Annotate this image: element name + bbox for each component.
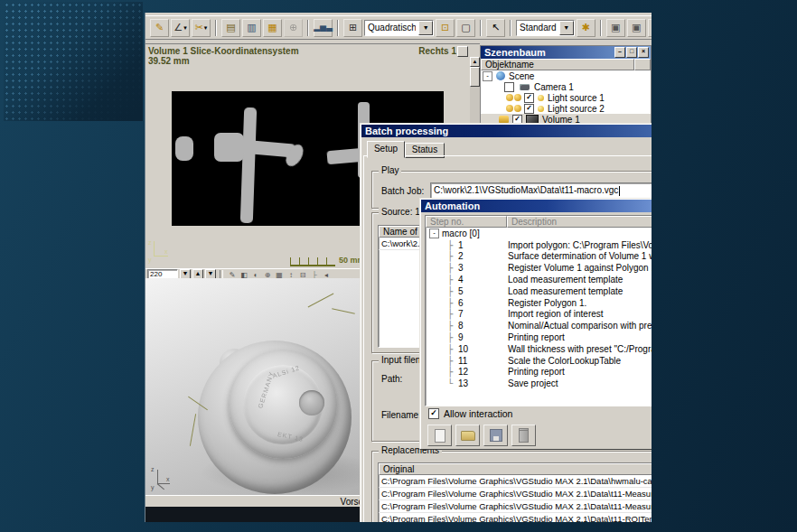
save-macro-button[interactable] bbox=[483, 425, 508, 446]
desktop-pattern bbox=[4, 2, 143, 121]
maximize-view-button[interactable]: ⊡ bbox=[436, 19, 455, 37]
app-window: ✎ ∠▾ ✂▾ ▤ ▥ ▦ ⊕ ▂▅▃ ⊞ Quadratisch▼ ⊡ ▢ ↖… bbox=[145, 13, 652, 522]
wrench-icon: ✱ bbox=[581, 23, 589, 33]
expander-icon[interactable]: - bbox=[483, 71, 492, 81]
light-bulb-icon bbox=[538, 106, 544, 112]
play-group-legend: Play bbox=[379, 165, 401, 175]
filename-label: Filename: bbox=[381, 410, 421, 420]
render-mode-combo[interactable]: Standard▼ bbox=[516, 20, 575, 36]
slice-view-title: Volume 1 Slice-Koordinatensystem bbox=[148, 46, 299, 56]
axis-y-label: y bbox=[148, 257, 152, 263]
tree-item-label: Camera 1 bbox=[534, 82, 574, 92]
objectname-column-header[interactable]: Objektname bbox=[481, 59, 634, 70]
single-view-button[interactable]: ▢ bbox=[456, 19, 475, 37]
toolbar-separator bbox=[600, 20, 602, 36]
measurement-line bbox=[332, 308, 355, 313]
chevron-down-icon[interactable]: ▼ bbox=[559, 21, 574, 35]
scroll-up-icon[interactable]: ▲ bbox=[470, 57, 480, 67]
measurement-line bbox=[190, 414, 196, 446]
merge-object-button[interactable]: ▦ bbox=[263, 19, 282, 37]
histogram-button[interactable]: ▂▅▃ bbox=[314, 19, 333, 37]
tab-setup[interactable]: Setup bbox=[367, 141, 405, 158]
close-icon[interactable]: × bbox=[638, 47, 649, 58]
expander-icon[interactable]: - bbox=[429, 229, 439, 238]
tree-item-label: Light source 2 bbox=[548, 104, 605, 114]
replacement-row[interactable]: C:\Program Files\Volume Graphics\VGStudi… bbox=[379, 500, 652, 513]
chevron-down-icon[interactable]: ▼ bbox=[418, 21, 433, 35]
cube-tool-button-2[interactable]: ▣ bbox=[627, 19, 646, 37]
new-macro-button[interactable] bbox=[427, 425, 452, 446]
trash-icon bbox=[519, 428, 529, 443]
replacements-list[interactable]: Original C:\Program Files\Volume Graphic… bbox=[378, 462, 652, 522]
maximize-icon[interactable]: □ bbox=[626, 47, 637, 58]
visibility-checkbox[interactable] bbox=[504, 82, 514, 92]
annotate-tool-button[interactable]: ✎ bbox=[150, 19, 169, 37]
extra-column-header[interactable] bbox=[634, 59, 651, 70]
render-settings-button[interactable]: ✱ bbox=[577, 19, 595, 37]
minimize-icon[interactable]: – bbox=[614, 47, 625, 58]
histogram-icon: ▂▅▃ bbox=[314, 23, 333, 32]
light-bulb-icon bbox=[538, 95, 544, 101]
macro-step-row[interactable]: ├6Register Polygon 1. bbox=[426, 297, 652, 309]
macro-step-row[interactable]: ├1Import polygon: C:\Program Files\Volum… bbox=[426, 239, 652, 251]
macro-step-row[interactable]: ├5Load measurement template bbox=[426, 285, 652, 297]
select-cursor-button[interactable]: ↖ bbox=[486, 19, 505, 37]
macro-root-row[interactable]: - macro [0] bbox=[426, 228, 652, 239]
layout-combo[interactable]: Quadratisch▼ bbox=[364, 20, 434, 36]
macro-step-row[interactable]: ├8Nominal/Actual comparison with preset … bbox=[426, 320, 652, 331]
allow-interaction-option[interactable]: ✓ Allow interaction bbox=[428, 408, 512, 419]
tree-item-camera[interactable]: Camera 1 bbox=[481, 81, 651, 92]
macro-step-row[interactable]: ├12Printing report bbox=[426, 367, 652, 378]
open-folder-icon bbox=[461, 431, 475, 441]
single-view-icon: ▢ bbox=[461, 23, 470, 33]
automation-dialog-titlebar[interactable]: Automation bbox=[421, 200, 652, 212]
macro-step-row[interactable]: ├11Scale the ColorLookupTable bbox=[426, 355, 652, 367]
scene-tree-panel: Szenenbaum – □ × Objektname - Scene Came… bbox=[480, 45, 652, 123]
allow-interaction-checkbox[interactable]: ✓ bbox=[428, 408, 439, 419]
step-no-column-header[interactable]: Step no. bbox=[426, 216, 507, 228]
tree-line-icon: ├ bbox=[447, 332, 458, 342]
automation-dialog-title: Automation bbox=[425, 201, 480, 211]
import-object-button[interactable]: ▤ bbox=[221, 19, 240, 37]
macro-step-row[interactable]: ├3Register Volume 1 against Polygon 1. bbox=[426, 262, 652, 274]
macro-step-row[interactable]: ├9Printing report bbox=[426, 331, 652, 343]
slice-part-cross-vertical bbox=[240, 107, 257, 223]
macro-step-row[interactable]: └13Save project bbox=[426, 378, 652, 389]
cube-icon: ▣ bbox=[632, 23, 641, 33]
batch-dialog-titlebar[interactable]: Batch processing bbox=[361, 125, 652, 137]
scroll-thumb[interactable] bbox=[470, 67, 480, 87]
macro-step-row[interactable]: ├10Wall thickness with preset "C:/Progra… bbox=[426, 343, 652, 355]
visibility-checkbox[interactable]: ✓ bbox=[524, 104, 534, 114]
description-column-header[interactable]: Description bbox=[507, 216, 652, 228]
delete-step-button[interactable] bbox=[511, 425, 536, 446]
replacement-row[interactable]: C:\Program Files\Volume Graphics\VGStudi… bbox=[379, 475, 652, 488]
automation-step-list[interactable]: Step no. Description - macro [0] ├1Impor… bbox=[425, 215, 652, 406]
original-column-header[interactable]: Original bbox=[379, 463, 652, 475]
macro-step-row[interactable]: ├2Surface determination of Volume 1 with… bbox=[426, 251, 652, 263]
scale-ruler bbox=[290, 257, 335, 266]
tree-item-light-1[interactable]: ✓ Light source 1 bbox=[481, 92, 651, 103]
automation-dialog: Automation Step no. Description - macro … bbox=[419, 198, 652, 450]
macro-step-row[interactable]: ├4Load measurement template bbox=[426, 274, 652, 285]
open-macro-button[interactable] bbox=[455, 425, 480, 446]
key-badge-icon bbox=[514, 94, 521, 101]
clipping-tool-button[interactable]: ✂▾ bbox=[192, 19, 211, 37]
maximize-view-button[interactable] bbox=[457, 46, 468, 57]
measure-tool-button[interactable]: ∠▾ bbox=[171, 19, 190, 37]
cube-tool-button-3[interactable]: ▣ bbox=[648, 19, 652, 37]
tree-item-scene[interactable]: - Scene bbox=[481, 70, 651, 81]
visibility-checkbox[interactable]: ✓ bbox=[524, 93, 534, 103]
replacement-row[interactable]: C:\Program Files\Volume Graphics\VGStudi… bbox=[379, 488, 652, 500]
link-object-button[interactable]: ⊕ bbox=[284, 19, 303, 37]
replacement-row[interactable]: C:\Program Files\Volume Graphics\VGStudi… bbox=[379, 513, 652, 522]
key-badge-icon bbox=[506, 105, 513, 112]
grid-layout-button[interactable]: ⊞ bbox=[343, 19, 362, 37]
batch-job-input[interactable]: C:\work\2.1\VGStudioMax\Data\t11-macro.v… bbox=[430, 182, 652, 199]
macro-step-row[interactable]: ├7Import region of interest bbox=[426, 309, 652, 321]
scene-tree-titlebar[interactable]: Szenenbaum – □ × bbox=[481, 46, 651, 59]
folder-icon bbox=[499, 116, 509, 123]
copy-object-button[interactable]: ▥ bbox=[242, 19, 261, 37]
tree-item-light-2[interactable]: ✓ Light source 2 bbox=[481, 103, 651, 114]
cube-tool-button-1[interactable]: ▣ bbox=[606, 19, 625, 37]
slice-part-blob bbox=[175, 136, 193, 161]
